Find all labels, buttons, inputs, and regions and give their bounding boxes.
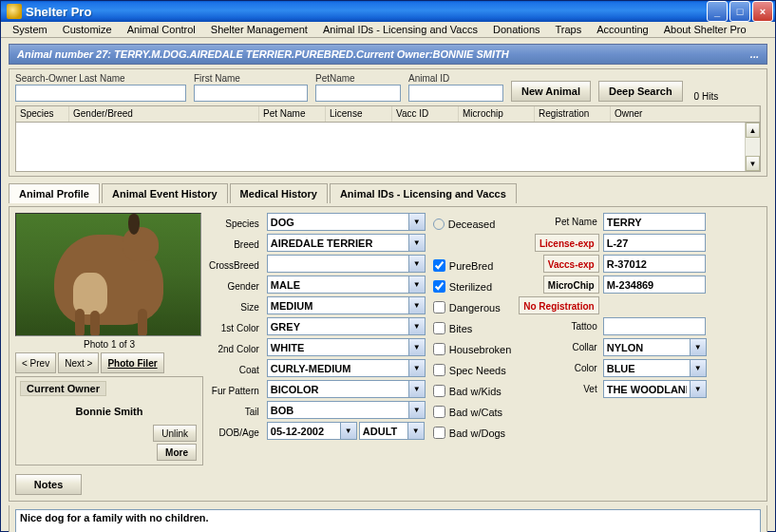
menu-about[interactable]: About Shelter Pro <box>656 22 754 37</box>
close-button[interactable]: × <box>752 1 773 22</box>
color2-select[interactable] <box>267 338 409 356</box>
chevron-down-icon[interactable]: ▼ <box>409 296 426 314</box>
microchip-input[interactable] <box>603 276 706 294</box>
label-baddogs: Bad w/Dogs <box>449 428 505 439</box>
license-input[interactable] <box>603 234 706 252</box>
menu-shelter-management[interactable]: Shelter Management <box>203 22 315 37</box>
breed-select[interactable] <box>267 234 409 252</box>
chevron-down-icon[interactable]: ▼ <box>408 422 425 440</box>
deep-search-button[interactable]: Deep Search <box>598 81 683 102</box>
color1-select[interactable] <box>267 317 409 335</box>
size-select[interactable] <box>267 296 409 314</box>
vaccs-input[interactable] <box>603 255 706 273</box>
badkids-checkbox[interactable] <box>433 385 445 397</box>
grid-scrollbar[interactable]: ▲ ▼ <box>745 123 760 171</box>
bites-checkbox[interactable] <box>433 322 445 334</box>
petname-input[interactable] <box>603 213 706 231</box>
search-animalid-input[interactable] <box>408 85 503 102</box>
menu-accounting[interactable]: Accounting <box>589 22 655 37</box>
chevron-down-icon[interactable]: ▼ <box>691 380 707 398</box>
scroll-down-icon[interactable]: ▼ <box>746 156 760 171</box>
chevron-down-icon[interactable]: ▼ <box>409 380 426 398</box>
specneeds-checkbox[interactable] <box>433 364 445 376</box>
species-select[interactable] <box>267 213 409 231</box>
tail-select[interactable] <box>267 401 409 419</box>
label-color1: 1st Color <box>221 319 259 337</box>
search-lastname-input[interactable] <box>15 85 186 102</box>
notes-textarea[interactable]: Nice dog for a family with no children. <box>15 509 761 532</box>
search-firstname-input[interactable] <box>194 85 308 102</box>
record-banner: Animal number 27: TERRY.M.DOG.AIREDALE T… <box>9 44 767 65</box>
chevron-down-icon[interactable]: ▼ <box>341 422 357 440</box>
tab-animal-ids[interactable]: Animal IDs - Licensing and Vaccs <box>330 183 517 203</box>
tab-animal-profile[interactable]: Animal Profile <box>9 183 100 203</box>
chevron-down-icon[interactable]: ▼ <box>691 338 707 356</box>
photo-next-button[interactable]: Next > <box>58 352 99 373</box>
new-animal-button[interactable]: New Animal <box>511 81 591 102</box>
collar-color-select[interactable] <box>603 359 691 377</box>
banner-more-icon[interactable]: ... <box>750 48 759 60</box>
chevron-down-icon[interactable]: ▼ <box>409 359 426 377</box>
search-petname-input[interactable] <box>315 85 401 102</box>
col-owner[interactable]: Owner <box>611 106 760 122</box>
col-petname[interactable]: Pet Name <box>259 106 326 122</box>
chevron-down-icon[interactable]: ▼ <box>409 401 426 419</box>
col-registration[interactable]: Registration <box>535 106 611 122</box>
chevron-down-icon[interactable]: ▼ <box>409 255 426 273</box>
deceased-radio[interactable] <box>433 218 445 230</box>
label-sterilized: Sterilized <box>449 281 492 293</box>
tab-event-history[interactable]: Animal Event History <box>102 183 228 203</box>
menu-animal-ids[interactable]: Animal IDs - Licensing and Vaccs <box>315 22 485 37</box>
photo-caption: Photo 1 of 3 <box>15 339 203 350</box>
no-registration-button[interactable]: No Registration <box>519 296 598 314</box>
notes-button[interactable]: Notes <box>15 474 82 495</box>
owner-more-button[interactable]: More <box>157 444 197 461</box>
sterilized-checkbox[interactable] <box>433 280 445 293</box>
col-vaccid[interactable]: Vacc ID <box>392 106 459 122</box>
tattoo-input[interactable] <box>603 317 706 335</box>
col-gender-breed[interactable]: Gender/Breed <box>69 106 259 122</box>
grid-header: Species Gender/Breed Pet Name License Va… <box>15 105 761 123</box>
menu-animal-control[interactable]: Animal Control <box>120 22 203 37</box>
col-microchip[interactable]: Microchip <box>459 106 535 122</box>
chevron-down-icon[interactable]: ▼ <box>409 213 426 231</box>
dangerous-checkbox[interactable] <box>433 301 445 314</box>
scroll-up-icon[interactable]: ▲ <box>746 123 760 138</box>
chevron-down-icon[interactable]: ▼ <box>409 234 426 252</box>
age-select[interactable] <box>359 422 408 440</box>
label-coat: Coat <box>239 361 259 379</box>
maximize-button[interactable]: □ <box>729 1 750 22</box>
fur-select[interactable] <box>267 380 409 398</box>
menu-customize[interactable]: Customize <box>55 22 120 37</box>
crossbreed-select[interactable] <box>267 255 409 273</box>
menu-traps[interactable]: Traps <box>548 22 590 37</box>
badcats-checkbox[interactable] <box>433 406 445 418</box>
menu-donations[interactable]: Donations <box>485 22 548 37</box>
chevron-down-icon[interactable]: ▼ <box>691 359 707 377</box>
minimize-button[interactable]: _ <box>707 1 728 22</box>
photo-prev-button[interactable]: < Prev <box>15 352 56 373</box>
photo-filer-button[interactable]: Photo Filer <box>101 352 163 373</box>
vet-select[interactable] <box>603 380 691 398</box>
label-vet: Vet <box>581 380 598 398</box>
owner-unlink-button[interactable]: Unlink <box>153 425 197 442</box>
label-fur: Fur Pattern <box>212 382 259 400</box>
menu-system[interactable]: System <box>5 22 55 37</box>
housebroken-checkbox[interactable] <box>433 343 445 355</box>
dob-input[interactable] <box>267 422 341 440</box>
chevron-down-icon[interactable]: ▼ <box>409 338 426 356</box>
gender-select[interactable] <box>267 276 409 294</box>
coat-select[interactable] <box>267 359 409 377</box>
col-species[interactable]: Species <box>16 106 69 122</box>
microchip-button[interactable]: MicroChip <box>543 276 599 294</box>
tab-medical-history[interactable]: Medical History <box>230 183 328 203</box>
grid-body[interactable]: ▲ ▼ <box>15 123 761 172</box>
baddogs-checkbox[interactable] <box>433 427 445 439</box>
chevron-down-icon[interactable]: ▼ <box>409 317 426 335</box>
license-exp-button[interactable]: License-exp <box>535 234 599 252</box>
col-license[interactable]: License <box>326 106 392 122</box>
chevron-down-icon[interactable]: ▼ <box>409 276 426 294</box>
vaccs-exp-button[interactable]: Vaccs-exp <box>543 255 599 273</box>
collar-select[interactable] <box>603 338 691 356</box>
purebred-checkbox[interactable] <box>433 259 445 272</box>
